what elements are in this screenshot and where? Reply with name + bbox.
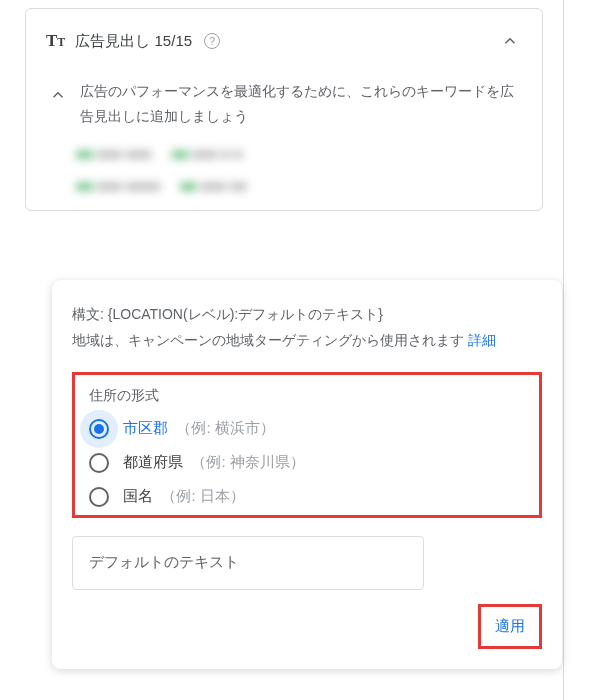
card-title-group: TT 広告見出し 15/15 ? [46,31,220,51]
location-insertion-popover: 構文: {LOCATION(レベル):デフォルトのテキスト} 地域は、キャンペー… [52,280,562,669]
hint-chevron-up-icon[interactable] [46,83,70,107]
collapse-chevron-up-icon[interactable] [498,29,522,53]
hint-text: 広告のパフォーマンスを最適化するために、これらのキーワードを広告見出しに追加しま… [80,79,522,128]
radio-example: （例: 横浜市） [176,419,274,436]
default-text-input[interactable]: デフォルトのテキスト [72,536,424,590]
card-header: TT 広告見出し 15/15 ? [46,29,522,53]
help-icon[interactable]: ? [204,33,220,49]
radio-label: 都道府県 [123,453,183,470]
radio-icon [89,419,109,439]
detail-link[interactable]: 詳細 [468,332,496,348]
region-line: 地域は、キャンペーンの地域ターゲティングから使用されます [72,332,468,348]
text-format-icon: TT [46,31,65,51]
card-title: 広告見出し 15/15 [75,32,192,51]
radio-icon [89,487,109,507]
radio-option-prefecture[interactable]: 都道府県 （例: 神奈川県） [89,453,525,473]
popover-description: 構文: {LOCATION(レベル):デフォルトのテキスト} 地域は、キャンペー… [72,302,542,354]
radio-option-city[interactable]: 市区郡 （例: 横浜市） [89,419,525,439]
radio-icon [89,453,109,473]
radio-example: （例: 神奈川県） [191,453,304,470]
address-format-radio-group: 市区郡 （例: 横浜市） 都道府県 （例: 神奈川県） 国名 （例: 日本） [89,419,525,507]
apply-row: 適用 [72,604,542,649]
radio-example: （例: 日本） [161,487,244,504]
radio-label: 国名 [123,487,153,504]
radio-label: 市区郡 [123,419,168,436]
address-format-label: 住所の形式 [89,387,525,405]
address-format-section: 住所の形式 市区郡 （例: 横浜市） 都道府県 （例: 神奈川県） 国名 [72,372,542,518]
apply-button[interactable]: 適用 [478,604,542,649]
headline-card: TT 広告見出し 15/15 ? 広告のパフォーマンスを最適化するために、これら… [25,8,543,211]
hint-row: 広告のパフォーマンスを最適化するために、これらのキーワードを広告見出しに追加しま… [46,79,522,128]
keyword-suggestions-blurred: ■■ ■■■ ■■■ ■■ ■■■ ■ ■ ■■ ■■■ ■■■■ ■■ ■■■… [76,146,522,194]
syntax-line: 構文: {LOCATION(レベル):デフォルトのテキスト} [72,306,383,322]
input-placeholder: デフォルトのテキスト [89,553,239,572]
radio-option-country[interactable]: 国名 （例: 日本） [89,487,525,507]
